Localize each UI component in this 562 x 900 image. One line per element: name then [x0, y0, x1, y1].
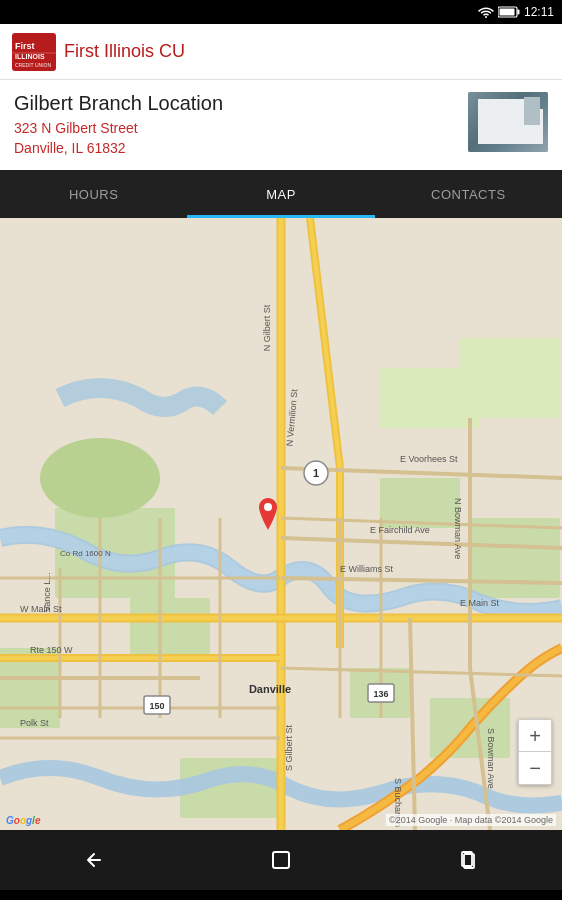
- svg-text:Co Rd 1600 N: Co Rd 1600 N: [60, 549, 111, 558]
- svg-text:S Bowman Ave: S Bowman Ave: [486, 728, 496, 789]
- svg-text:Danville: Danville: [249, 683, 291, 695]
- logo-container: First ILLINOIS CREDIT UNION First Illino…: [12, 33, 185, 71]
- battery-icon: [498, 6, 520, 18]
- tab-map[interactable]: MAP: [187, 170, 374, 218]
- bottom-navigation: [0, 830, 562, 890]
- map-attribution: ©2014 Google · Map data ©2014 Google: [386, 814, 556, 826]
- svg-text:N Gilbert St: N Gilbert St: [262, 304, 272, 351]
- status-icons: 12:11: [478, 5, 554, 19]
- svg-point-73: [264, 503, 272, 511]
- map-controls: + −: [518, 719, 552, 785]
- svg-point-12: [40, 438, 160, 518]
- zoom-in-button[interactable]: +: [519, 720, 551, 752]
- svg-text:W Main St: W Main St: [20, 604, 62, 614]
- svg-text:Vance L...: Vance L...: [42, 572, 52, 612]
- svg-rect-20: [460, 338, 560, 418]
- tab-bar: HOURS MAP CONTACTS: [0, 170, 562, 218]
- app-header: First ILLINOIS CREDIT UNION First Illino…: [0, 24, 562, 80]
- svg-point-0: [485, 16, 487, 18]
- time-display: 12:11: [524, 5, 554, 19]
- branch-info: Gilbert Branch Location 323 N Gilbert St…: [0, 80, 562, 170]
- map-svg: 1 150 136 74 N Gilbert St S Gilbert St N…: [0, 218, 562, 830]
- tab-contacts[interactable]: CONTACTS: [375, 170, 562, 218]
- svg-text:Rte 150 W: Rte 150 W: [30, 645, 73, 655]
- home-button[interactable]: [251, 840, 311, 880]
- svg-rect-11: [130, 598, 210, 658]
- svg-text:ILLINOIS: ILLINOIS: [15, 53, 45, 60]
- map-view[interactable]: 1 150 136 74 N Gilbert St S Gilbert St N…: [0, 218, 562, 830]
- app-title: First Illinois CU: [64, 41, 185, 62]
- google-logo: Google: [6, 815, 40, 826]
- branch-text: Gilbert Branch Location 323 N Gilbert St…: [14, 92, 223, 158]
- map-pin: [256, 498, 280, 530]
- svg-text:First: First: [15, 41, 35, 51]
- tab-hours[interactable]: HOURS: [0, 170, 187, 218]
- svg-rect-14: [470, 518, 560, 598]
- recents-button[interactable]: [438, 840, 498, 880]
- address-line2: Danville, IL 61832: [14, 139, 223, 159]
- svg-text:CREDIT UNION: CREDIT UNION: [15, 62, 51, 68]
- branch-title: Gilbert Branch Location: [14, 92, 223, 115]
- svg-text:Polk St: Polk St: [20, 718, 49, 728]
- svg-rect-74: [273, 852, 289, 868]
- address-line1[interactable]: 323 N Gilbert Street: [14, 119, 223, 139]
- svg-text:136: 136: [373, 689, 388, 699]
- svg-text:S Gilbert St: S Gilbert St: [284, 725, 294, 772]
- svg-text:E Main St: E Main St: [460, 598, 500, 608]
- svg-text:150: 150: [149, 701, 164, 711]
- back-button[interactable]: [64, 840, 124, 880]
- svg-rect-2: [517, 10, 519, 15]
- svg-text:N Bowman Ave: N Bowman Ave: [453, 498, 463, 559]
- app-logo: First ILLINOIS CREDIT UNION: [12, 33, 56, 71]
- zoom-out-button[interactable]: −: [519, 752, 551, 784]
- svg-text:1: 1: [313, 467, 319, 479]
- branch-image: [468, 92, 548, 152]
- svg-text:E Fairchild Ave: E Fairchild Ave: [370, 525, 430, 535]
- svg-text:E Voorhees St: E Voorhees St: [400, 454, 458, 464]
- wifi-icon: [478, 6, 494, 18]
- status-bar: 12:11: [0, 0, 562, 24]
- svg-rect-3: [499, 9, 514, 16]
- svg-text:E Williams St: E Williams St: [340, 564, 394, 574]
